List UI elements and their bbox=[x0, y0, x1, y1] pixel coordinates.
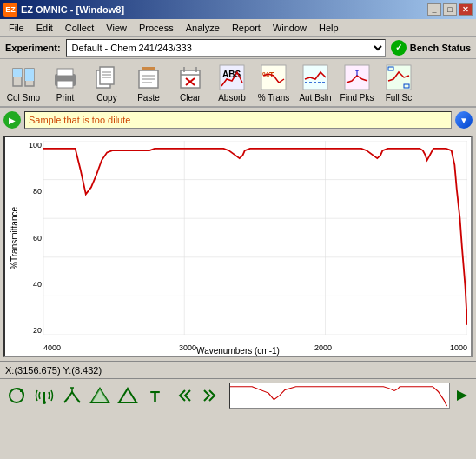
col-smp-button[interactable]: Col Smp bbox=[3, 61, 43, 104]
app-restore-button[interactable]: □ bbox=[443, 3, 457, 16]
menu-file[interactable]: File bbox=[3, 21, 30, 35]
col-smp-icon bbox=[10, 63, 37, 91]
menu-process[interactable]: Process bbox=[134, 21, 179, 35]
svg-rect-1 bbox=[13, 69, 22, 77]
print-icon bbox=[51, 63, 79, 91]
svg-rect-27 bbox=[303, 65, 327, 90]
arrow-left-icon bbox=[173, 385, 194, 406]
copy-button[interactable]: Copy bbox=[87, 61, 127, 104]
peak-icon bbox=[62, 385, 83, 406]
copy-icon bbox=[93, 63, 121, 91]
menu-view[interactable]: View bbox=[101, 21, 132, 35]
text-button[interactable]: T bbox=[142, 382, 169, 409]
svg-text:T: T bbox=[150, 389, 160, 406]
y-tick-60: 60 bbox=[33, 234, 42, 243]
svg-point-58 bbox=[43, 401, 46, 404]
svg-marker-62 bbox=[91, 389, 109, 402]
print-label: Print bbox=[56, 93, 75, 103]
bench-status-icon: ✓ bbox=[391, 40, 407, 56]
print-button[interactable]: Print bbox=[45, 61, 85, 104]
menu-collect[interactable]: Collect bbox=[60, 21, 100, 35]
coordinates-text: X:(3156.675) Y:(8.432) bbox=[5, 365, 102, 376]
triangle1-button[interactable] bbox=[87, 382, 113, 409]
copy-label: Copy bbox=[96, 93, 116, 103]
triangle2-button[interactable] bbox=[115, 382, 141, 409]
arrow-right-button[interactable] bbox=[198, 382, 224, 409]
full-sc-button[interactable]: Full Sc bbox=[379, 61, 419, 104]
clear-label: Clear bbox=[180, 93, 201, 103]
triangle1-icon bbox=[89, 385, 110, 406]
trans-button[interactable]: %T % Trans bbox=[254, 61, 294, 104]
experiment-bar: Experiment: Default - Chem 241/243/333 ✓… bbox=[0, 37, 476, 59]
app-close-button[interactable]: ✕ bbox=[459, 3, 473, 16]
svg-rect-66 bbox=[230, 383, 449, 408]
sample-right-icon[interactable]: ▼ bbox=[455, 111, 473, 129]
svg-rect-17 bbox=[181, 70, 200, 88]
svg-rect-6 bbox=[57, 81, 73, 88]
aut-bsln-button[interactable]: Aut Bsln bbox=[295, 61, 335, 104]
menu-edit[interactable]: Edit bbox=[31, 21, 58, 35]
sample-left-icon: ▶ bbox=[3, 111, 21, 129]
main-toolbar: Col Smp Print Copy bbox=[0, 59, 476, 108]
menu-analyze[interactable]: Analyze bbox=[181, 21, 225, 35]
aut-bsln-icon bbox=[301, 63, 329, 91]
find-pks-label: Find Pks bbox=[340, 93, 374, 103]
window-title: EZ OMNIC - [Window8] bbox=[21, 4, 124, 15]
forward-arrow-icon bbox=[453, 387, 471, 404]
svg-rect-32 bbox=[387, 65, 411, 90]
paste-icon bbox=[135, 63, 162, 91]
app-minimize-button[interactable]: _ bbox=[427, 3, 441, 16]
svg-rect-3 bbox=[25, 69, 34, 81]
bench-status: ✓ Bench Status bbox=[391, 40, 471, 56]
rotate-icon bbox=[6, 385, 27, 406]
arrow-left-button[interactable] bbox=[170, 382, 196, 409]
mini-spectrum-arrow-button[interactable] bbox=[452, 382, 473, 409]
absorb-icon: ABS bbox=[218, 63, 246, 91]
title-bar: EZ EZ OMNIC - [Window8] _ □ ✕ bbox=[0, 0, 476, 19]
bottom-toolbar: T bbox=[0, 378, 476, 411]
triangle2-icon bbox=[117, 385, 138, 406]
rotate-button[interactable] bbox=[3, 382, 30, 409]
arrow-right-icon bbox=[201, 385, 221, 406]
antenna-icon bbox=[34, 385, 55, 406]
chart-area: %Transmittance 100 80 60 40 20 bbox=[3, 136, 473, 357]
svg-rect-29 bbox=[345, 65, 369, 90]
experiment-select[interactable]: Default - Chem 241/243/333 bbox=[66, 39, 386, 57]
trans-label: % Trans bbox=[258, 93, 290, 103]
find-pks-button[interactable]: Find Pks bbox=[337, 61, 377, 104]
y-tick-80: 80 bbox=[33, 187, 42, 196]
y-tick-40: 40 bbox=[33, 280, 42, 289]
absorb-button[interactable]: ABS Absorb bbox=[212, 61, 252, 104]
menu-bar: File Edit Collect View Process Analyze R… bbox=[0, 19, 476, 37]
spectrum-chart bbox=[43, 141, 467, 335]
svg-rect-8 bbox=[100, 67, 114, 84]
paste-label: Paste bbox=[137, 93, 160, 103]
chart-container: %Transmittance 100 80 60 40 20 bbox=[0, 132, 476, 361]
signal-button[interactable] bbox=[31, 382, 57, 409]
clear-icon bbox=[176, 63, 204, 91]
status-bar: X:(3156.675) Y:(8.432) bbox=[0, 361, 476, 378]
y-axis-label: %Transmittance bbox=[10, 207, 19, 269]
menu-window[interactable]: Window bbox=[268, 21, 312, 35]
sample-input[interactable] bbox=[24, 111, 452, 129]
col-smp-label: Col Smp bbox=[7, 93, 40, 103]
svg-rect-5 bbox=[57, 69, 73, 76]
mini-spectrum-svg bbox=[230, 383, 449, 408]
full-sc-label: Full Sc bbox=[386, 93, 413, 103]
menu-help[interactable]: Help bbox=[314, 21, 344, 35]
absorb-label: Absorb bbox=[218, 93, 246, 103]
trans-icon: %T bbox=[260, 63, 288, 91]
paste-button[interactable]: Paste bbox=[129, 61, 169, 104]
svg-marker-67 bbox=[457, 390, 467, 401]
experiment-label: Experiment: bbox=[5, 43, 61, 53]
text-icon: T bbox=[145, 385, 166, 406]
menu-report[interactable]: Report bbox=[227, 21, 266, 35]
x-axis-label: Wavenumbers (cm-1) bbox=[5, 346, 471, 356]
bench-status-label: Bench Status bbox=[410, 43, 471, 53]
svg-rect-45 bbox=[43, 141, 467, 335]
clear-button[interactable]: Clear bbox=[170, 61, 210, 104]
svg-marker-63 bbox=[119, 389, 136, 402]
peak-button[interactable] bbox=[59, 382, 85, 409]
app-icon: EZ bbox=[3, 3, 17, 17]
sample-bar: ▶ ▼ bbox=[0, 108, 476, 132]
